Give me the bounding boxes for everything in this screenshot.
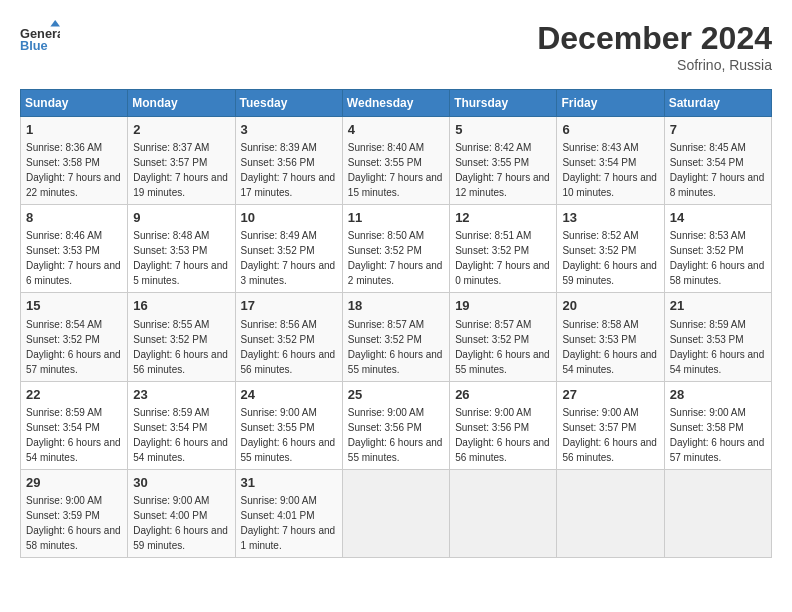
day-number: 1 — [26, 121, 122, 139]
day-number: 20 — [562, 297, 658, 315]
day-sunrise: Sunrise: 8:39 AM — [241, 142, 317, 153]
calendar-day-cell: 12 Sunrise: 8:51 AM Sunset: 3:52 PM Dayl… — [450, 205, 557, 293]
day-sunrise: Sunrise: 8:52 AM — [562, 230, 638, 241]
day-sunset: Sunset: 3:54 PM — [562, 157, 636, 168]
day-sunset: Sunset: 3:56 PM — [241, 157, 315, 168]
calendar-day-cell: 6 Sunrise: 8:43 AM Sunset: 3:54 PM Dayli… — [557, 117, 664, 205]
day-sunset: Sunset: 3:52 PM — [455, 334, 529, 345]
day-daylight: Daylight: 6 hours and 59 minutes. — [562, 260, 657, 286]
day-sunrise: Sunrise: 8:56 AM — [241, 319, 317, 330]
day-sunrise: Sunrise: 8:42 AM — [455, 142, 531, 153]
day-sunrise: Sunrise: 8:45 AM — [670, 142, 746, 153]
calendar-day-cell: 19 Sunrise: 8:57 AM Sunset: 3:52 PM Dayl… — [450, 293, 557, 381]
calendar-day-cell: 25 Sunrise: 9:00 AM Sunset: 3:56 PM Dayl… — [342, 381, 449, 469]
day-number: 16 — [133, 297, 229, 315]
day-sunrise: Sunrise: 8:46 AM — [26, 230, 102, 241]
calendar-day-cell: 30 Sunrise: 9:00 AM Sunset: 4:00 PM Dayl… — [128, 469, 235, 557]
calendar-week-row: 22 Sunrise: 8:59 AM Sunset: 3:54 PM Dayl… — [21, 381, 772, 469]
day-daylight: Daylight: 7 hours and 2 minutes. — [348, 260, 443, 286]
svg-marker-2 — [50, 20, 60, 26]
day-sunrise: Sunrise: 8:59 AM — [670, 319, 746, 330]
day-number: 27 — [562, 386, 658, 404]
calendar-day-cell: 29 Sunrise: 9:00 AM Sunset: 3:59 PM Dayl… — [21, 469, 128, 557]
day-number: 31 — [241, 474, 337, 492]
day-daylight: Daylight: 6 hours and 54 minutes. — [26, 437, 121, 463]
day-sunrise: Sunrise: 8:43 AM — [562, 142, 638, 153]
day-sunset: Sunset: 3:54 PM — [26, 422, 100, 433]
day-number: 14 — [670, 209, 766, 227]
day-number: 22 — [26, 386, 122, 404]
day-number: 26 — [455, 386, 551, 404]
day-sunrise: Sunrise: 8:59 AM — [133, 407, 209, 418]
day-sunset: Sunset: 3:52 PM — [133, 334, 207, 345]
day-number: 15 — [26, 297, 122, 315]
calendar-day-cell: 2 Sunrise: 8:37 AM Sunset: 3:57 PM Dayli… — [128, 117, 235, 205]
weekday-header-cell: Thursday — [450, 90, 557, 117]
page-header: General Blue December 2024 Sofrino, Russ… — [20, 20, 772, 73]
day-number: 30 — [133, 474, 229, 492]
day-sunrise: Sunrise: 8:48 AM — [133, 230, 209, 241]
day-daylight: Daylight: 7 hours and 17 minutes. — [241, 172, 336, 198]
calendar-day-cell: 13 Sunrise: 8:52 AM Sunset: 3:52 PM Dayl… — [557, 205, 664, 293]
calendar-day-cell: 9 Sunrise: 8:48 AM Sunset: 3:53 PM Dayli… — [128, 205, 235, 293]
day-daylight: Daylight: 7 hours and 10 minutes. — [562, 172, 657, 198]
day-daylight: Daylight: 6 hours and 58 minutes. — [670, 260, 765, 286]
calendar-day-cell: 10 Sunrise: 8:49 AM Sunset: 3:52 PM Dayl… — [235, 205, 342, 293]
calendar-day-cell: 8 Sunrise: 8:46 AM Sunset: 3:53 PM Dayli… — [21, 205, 128, 293]
calendar-day-cell — [450, 469, 557, 557]
day-sunrise: Sunrise: 9:00 AM — [562, 407, 638, 418]
day-sunset: Sunset: 3:56 PM — [455, 422, 529, 433]
day-number: 3 — [241, 121, 337, 139]
day-sunset: Sunset: 3:54 PM — [670, 157, 744, 168]
day-daylight: Daylight: 6 hours and 54 minutes. — [562, 349, 657, 375]
calendar-day-cell: 28 Sunrise: 9:00 AM Sunset: 3:58 PM Dayl… — [664, 381, 771, 469]
calendar-day-cell: 4 Sunrise: 8:40 AM Sunset: 3:55 PM Dayli… — [342, 117, 449, 205]
day-sunset: Sunset: 3:52 PM — [562, 245, 636, 256]
weekday-header-cell: Wednesday — [342, 90, 449, 117]
day-daylight: Daylight: 6 hours and 59 minutes. — [133, 525, 228, 551]
day-sunset: Sunset: 3:57 PM — [133, 157, 207, 168]
calendar-day-cell: 16 Sunrise: 8:55 AM Sunset: 3:52 PM Dayl… — [128, 293, 235, 381]
calendar-day-cell: 22 Sunrise: 8:59 AM Sunset: 3:54 PM Dayl… — [21, 381, 128, 469]
calendar-table: SundayMondayTuesdayWednesdayThursdayFrid… — [20, 89, 772, 558]
calendar-week-row: 1 Sunrise: 8:36 AM Sunset: 3:58 PM Dayli… — [21, 117, 772, 205]
day-daylight: Daylight: 6 hours and 57 minutes. — [26, 349, 121, 375]
day-number: 10 — [241, 209, 337, 227]
day-number: 19 — [455, 297, 551, 315]
day-number: 13 — [562, 209, 658, 227]
calendar-day-cell: 23 Sunrise: 8:59 AM Sunset: 3:54 PM Dayl… — [128, 381, 235, 469]
day-number: 29 — [26, 474, 122, 492]
day-sunset: Sunset: 3:53 PM — [562, 334, 636, 345]
calendar-day-cell: 15 Sunrise: 8:54 AM Sunset: 3:52 PM Dayl… — [21, 293, 128, 381]
day-number: 2 — [133, 121, 229, 139]
weekday-header-cell: Saturday — [664, 90, 771, 117]
weekday-header-row: SundayMondayTuesdayWednesdayThursdayFrid… — [21, 90, 772, 117]
day-sunset: Sunset: 3:58 PM — [670, 422, 744, 433]
calendar-week-row: 29 Sunrise: 9:00 AM Sunset: 3:59 PM Dayl… — [21, 469, 772, 557]
day-number: 18 — [348, 297, 444, 315]
day-daylight: Daylight: 6 hours and 54 minutes. — [670, 349, 765, 375]
day-sunrise: Sunrise: 9:00 AM — [455, 407, 531, 418]
calendar-day-cell: 11 Sunrise: 8:50 AM Sunset: 3:52 PM Dayl… — [342, 205, 449, 293]
day-number: 6 — [562, 121, 658, 139]
day-number: 25 — [348, 386, 444, 404]
day-sunrise: Sunrise: 9:00 AM — [26, 495, 102, 506]
weekday-header-cell: Monday — [128, 90, 235, 117]
day-daylight: Daylight: 7 hours and 0 minutes. — [455, 260, 550, 286]
calendar-day-cell: 26 Sunrise: 9:00 AM Sunset: 3:56 PM Dayl… — [450, 381, 557, 469]
day-sunset: Sunset: 3:53 PM — [133, 245, 207, 256]
weekday-header-cell: Sunday — [21, 90, 128, 117]
calendar-day-cell: 21 Sunrise: 8:59 AM Sunset: 3:53 PM Dayl… — [664, 293, 771, 381]
day-sunrise: Sunrise: 8:49 AM — [241, 230, 317, 241]
day-sunset: Sunset: 3:58 PM — [26, 157, 100, 168]
calendar-day-cell: 3 Sunrise: 8:39 AM Sunset: 3:56 PM Dayli… — [235, 117, 342, 205]
day-daylight: Daylight: 6 hours and 55 minutes. — [348, 437, 443, 463]
day-number: 8 — [26, 209, 122, 227]
calendar-week-row: 15 Sunrise: 8:54 AM Sunset: 3:52 PM Dayl… — [21, 293, 772, 381]
calendar-week-row: 8 Sunrise: 8:46 AM Sunset: 3:53 PM Dayli… — [21, 205, 772, 293]
calendar-day-cell: 17 Sunrise: 8:56 AM Sunset: 3:52 PM Dayl… — [235, 293, 342, 381]
day-sunset: Sunset: 4:01 PM — [241, 510, 315, 521]
day-sunrise: Sunrise: 9:00 AM — [670, 407, 746, 418]
day-daylight: Daylight: 6 hours and 56 minutes. — [133, 349, 228, 375]
day-sunset: Sunset: 4:00 PM — [133, 510, 207, 521]
